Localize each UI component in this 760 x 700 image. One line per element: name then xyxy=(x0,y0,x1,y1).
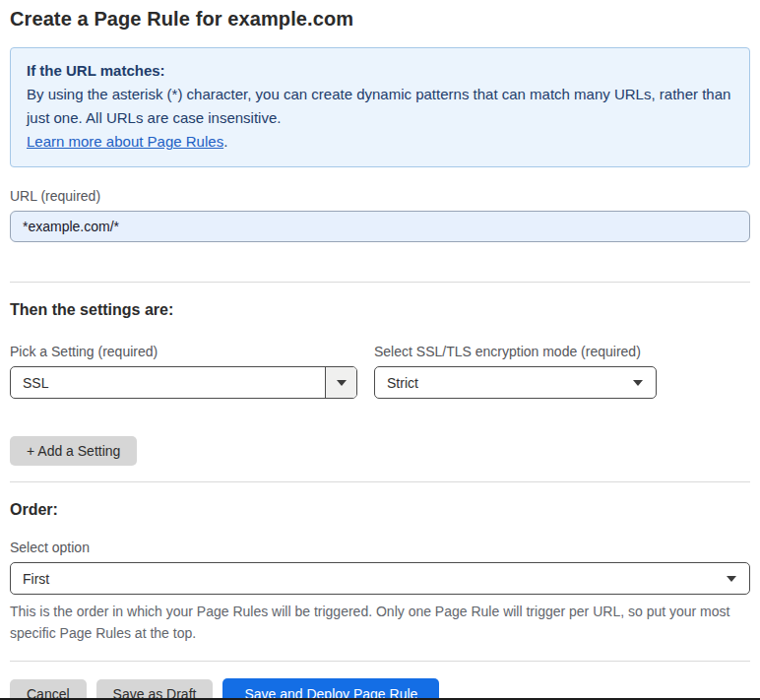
info-box-body-text: By using the asterisk (*) character, you… xyxy=(27,86,730,126)
add-setting-row: + Add a Setting xyxy=(10,436,750,466)
url-match-info-box: If the URL matches: By using the asteris… xyxy=(10,47,750,167)
settings-grid: Pick a Setting (required) SSL Select SSL… xyxy=(10,319,750,399)
setting-select-arrow-button[interactable] xyxy=(325,367,356,398)
ssl-mode-select-arrow xyxy=(633,367,656,398)
order-select-arrow xyxy=(727,563,749,594)
mode-select-label: Select SSL/TLS encryption mode (required… xyxy=(374,344,657,359)
learn-more-link[interactable]: Learn more about Page Rules xyxy=(27,133,223,150)
ssl-mode-select[interactable]: Strict xyxy=(374,366,657,399)
add-setting-button[interactable]: + Add a Setting xyxy=(10,436,137,466)
save-and-deploy-button[interactable]: Save and Deploy Page Rule xyxy=(222,678,439,700)
order-select-value: First xyxy=(11,563,727,594)
order-select[interactable]: First xyxy=(10,562,750,595)
info-box-heading: If the URL matches: xyxy=(27,59,733,83)
setting-select[interactable]: SSL xyxy=(10,366,357,399)
setting-select-label: Pick a Setting (required) xyxy=(10,344,357,359)
order-helper-text: This is the order in which your Page Rul… xyxy=(10,601,750,644)
create-page-rule-panel: Create a Page Rule for example.com If th… xyxy=(0,0,760,700)
chevron-down-icon xyxy=(337,380,347,386)
mode-select-column: Select SSL/TLS encryption mode (required… xyxy=(374,319,657,399)
order-select-label: Select option xyxy=(10,540,750,555)
link-suffix: . xyxy=(223,133,227,150)
section-divider xyxy=(10,282,750,283)
ssl-mode-select-value: Strict xyxy=(375,367,633,398)
section-divider xyxy=(10,661,750,662)
save-as-draft-button[interactable]: Save as Draft xyxy=(96,679,214,700)
cancel-button[interactable]: Cancel xyxy=(10,679,87,700)
setting-select-column: Pick a Setting (required) SSL xyxy=(10,319,357,399)
setting-select-value: SSL xyxy=(11,367,325,398)
footer-actions: Cancel Save as Draft Save and Deploy Pag… xyxy=(10,678,750,700)
info-box-body: By using the asterisk (*) character, you… xyxy=(27,83,733,130)
chevron-down-icon xyxy=(727,576,736,582)
page-title: Create a Page Rule for example.com xyxy=(10,8,750,31)
url-input[interactable] xyxy=(10,211,750,242)
order-section-heading: Order: xyxy=(10,501,750,519)
settings-section-heading: Then the settings are: xyxy=(10,301,750,319)
info-box-link-line: Learn more about Page Rules. xyxy=(27,130,733,154)
section-divider xyxy=(10,481,750,482)
url-field-label: URL (required) xyxy=(10,188,750,204)
chevron-down-icon xyxy=(633,380,643,386)
